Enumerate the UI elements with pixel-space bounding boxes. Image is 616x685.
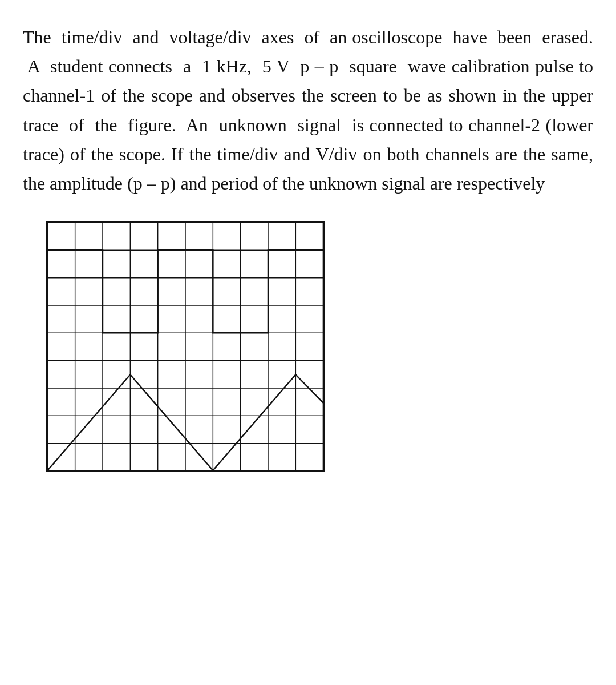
problem-text: The time/div and voltage/div axes of an … <box>23 23 593 198</box>
scope-screen <box>46 221 325 472</box>
oscilloscope-figure <box>23 221 593 472</box>
scope-svg <box>47 223 323 470</box>
scope-grid <box>47 223 323 470</box>
main-container: The time/div and voltage/div axes of an … <box>23 23 593 472</box>
